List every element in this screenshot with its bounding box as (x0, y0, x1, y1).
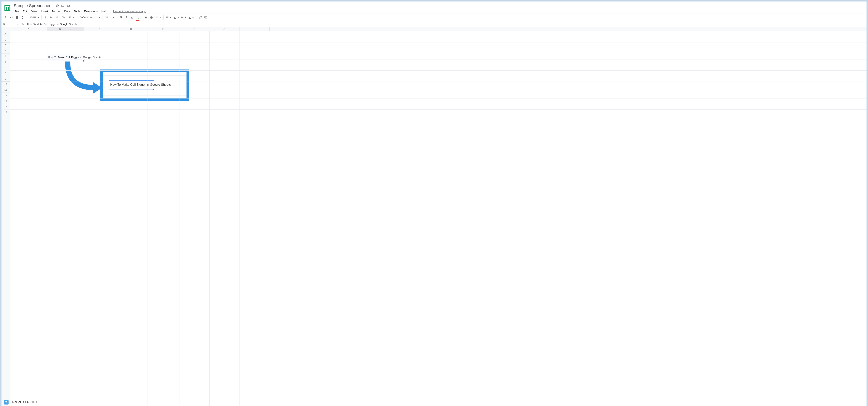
sheets-logo-icon[interactable] (4, 3, 11, 13)
gridline (10, 70, 867, 71)
gridline (10, 98, 867, 99)
menu-insert[interactable]: Insert (39, 9, 50, 13)
horizontal-align-button[interactable] (165, 15, 172, 20)
watermark-suffix: .NET (29, 400, 38, 404)
gridline (209, 31, 210, 406)
row-header-9[interactable]: 9 (1, 76, 10, 81)
row-header-4[interactable]: 4 (1, 48, 10, 54)
format-percent-button[interactable]: % (49, 15, 54, 20)
sheet-area: ABCDEFGH 123456789101112131415 How To Ma… (1, 27, 867, 406)
menu-edit[interactable]: Edit (21, 9, 29, 13)
last-edit-link[interactable]: Last edit was seconds ago (113, 10, 146, 13)
row-header-8[interactable]: 8 (1, 70, 10, 76)
row-header-2[interactable]: 2 (1, 37, 10, 42)
row-header-10[interactable]: 10 (1, 81, 10, 87)
menu-format[interactable]: Format (50, 9, 62, 13)
row-header-15[interactable]: 15 (1, 109, 10, 115)
gridline (10, 93, 867, 93)
separator (27, 15, 27, 20)
column-headers: ABCDEFGH (1, 27, 867, 31)
column-header-c[interactable]: C (84, 27, 115, 31)
text-color-button[interactable]: A (135, 15, 140, 20)
column-header-h[interactable]: H (240, 27, 270, 31)
menu-help[interactable]: Help (100, 9, 108, 13)
callout-text: How To Make Cell Bigger in Google Sheets (110, 83, 171, 87)
strikethrough-button[interactable]: S (129, 15, 135, 20)
vertical-align-button[interactable] (173, 15, 180, 20)
template-badge-icon: T (4, 400, 8, 405)
watermark-brand: TEMPLATE (10, 400, 29, 404)
row-header-1[interactable]: 1 (1, 31, 10, 37)
gridline (10, 42, 867, 43)
move-folder-icon[interactable] (61, 4, 64, 7)
column-header-g[interactable]: G (209, 27, 240, 31)
name-box-value: B5 (3, 23, 6, 26)
text-wrap-button[interactable] (180, 15, 187, 20)
menu-bar: File Edit View Insert Format Data Tools … (13, 9, 146, 13)
menu-view[interactable]: View (30, 9, 39, 13)
cloud-status-icon[interactable] (67, 4, 70, 7)
zoom-dropdown[interactable]: 100% (28, 15, 40, 20)
row-header-12[interactable]: 12 (1, 93, 10, 98)
font-size-dropdown[interactable]: 10 (104, 15, 115, 20)
column-header-a[interactable]: A (10, 27, 47, 31)
more-formats-dropdown[interactable]: 123 (66, 15, 75, 20)
menu-data[interactable]: Data (63, 9, 71, 13)
select-all-corner[interactable] (1, 27, 10, 31)
row-header-6[interactable]: 6 (1, 59, 10, 65)
text-rotation-button[interactable] (187, 15, 194, 20)
format-currency-button[interactable]: $ (43, 15, 48, 20)
annotation-arrow-icon (60, 62, 103, 95)
paint-format-icon[interactable] (20, 15, 25, 20)
separator (163, 15, 164, 20)
menu-tools[interactable]: Tools (72, 9, 82, 13)
column-header-f[interactable]: F (179, 27, 209, 31)
gridline (47, 31, 47, 406)
borders-button[interactable] (149, 15, 154, 20)
formula-input[interactable] (26, 23, 867, 26)
star-icon[interactable] (56, 4, 59, 7)
chevron-down-icon (17, 24, 19, 25)
svg-marker-4 (56, 4, 59, 7)
column-header-b[interactable]: B (47, 27, 84, 31)
increase-decimals-button[interactable]: →.00 (60, 15, 66, 20)
gridline (10, 81, 867, 82)
insert-comment-icon[interactable] (203, 15, 209, 20)
gridline (147, 31, 148, 406)
row-header-14[interactable]: 14 (1, 104, 10, 109)
italic-button[interactable]: I (124, 15, 129, 20)
undo-icon[interactable] (3, 15, 8, 20)
gridline (10, 59, 867, 60)
gridline (10, 109, 867, 110)
row-header-5[interactable]: 5 (1, 54, 10, 59)
gridline (179, 31, 180, 406)
row-header-13[interactable]: 13 (1, 98, 10, 104)
row-header-7[interactable]: 7 (1, 65, 10, 70)
watermark-logo: T TEMPLATE.NET (4, 400, 38, 405)
print-icon[interactable] (14, 15, 20, 20)
bold-button[interactable]: B (118, 15, 123, 20)
row-header-11[interactable]: 11 (1, 87, 10, 93)
menu-extensions[interactable]: Extensions (83, 9, 99, 13)
gridline (270, 31, 270, 406)
insert-link-icon[interactable] (198, 15, 203, 20)
font-family-dropdown[interactable]: Default (Ari... (79, 15, 101, 20)
gridline (115, 31, 115, 406)
fill-color-button[interactable] (143, 15, 149, 20)
cell-b5-value: How To Make Cell Bigger in Google Sheets (47, 55, 102, 60)
name-box[interactable]: B5 (1, 21, 20, 27)
decrease-decimals-button[interactable]: ←.0 (54, 15, 60, 20)
gridline (10, 48, 867, 48)
column-header-e[interactable]: E (147, 27, 179, 31)
document-title[interactable]: Sample Spreadsheet (13, 3, 53, 8)
toolbar: 100% $ % ←.0 →.00 123 Default (Ari... 10… (1, 13, 867, 21)
column-header-d[interactable]: D (115, 27, 147, 31)
menu-file[interactable]: File (13, 9, 21, 13)
row-header-3[interactable]: 3 (1, 42, 10, 48)
formula-bar-row: B5 fx (1, 21, 867, 27)
redo-icon[interactable] (9, 15, 14, 20)
fill-handle[interactable] (153, 89, 154, 90)
gridline (103, 75, 186, 76)
merge-cells-button[interactable] (155, 15, 162, 20)
cells-grid[interactable]: How To Make Cell Bigger in Google Sheets… (10, 31, 867, 406)
